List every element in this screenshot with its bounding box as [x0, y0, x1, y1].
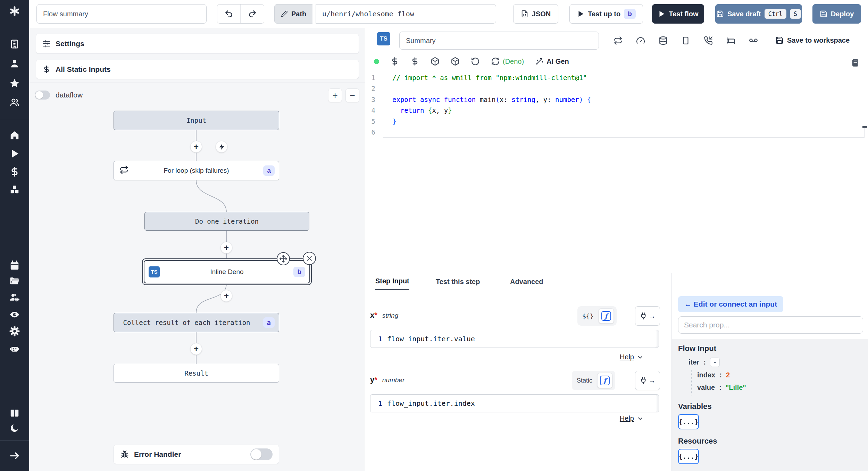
library-book-icon[interactable] — [851, 58, 860, 67]
timeout-square-icon[interactable] — [681, 36, 690, 45]
tab-advanced[interactable]: Advanced — [510, 273, 543, 290]
prop-iter[interactable]: iter:- — [688, 358, 720, 367]
move-node-handle[interactable] — [277, 252, 290, 265]
prop-iter-index[interactable]: index:2 — [697, 371, 730, 379]
code-line[interactable]: 5} — [366, 116, 865, 127]
package-box-icon[interactable] — [451, 57, 460, 66]
node-result[interactable]: Result — [114, 364, 279, 383]
node-input[interactable]: Input — [114, 111, 279, 130]
node-inline-deno-id-badge: b — [293, 267, 305, 277]
topbar: Path JSON Test up to b Test flow Save dr… — [29, 0, 868, 28]
redo-button[interactable] — [241, 5, 264, 23]
node-do-one-iteration[interactable]: Do one iteration — [144, 212, 309, 231]
status-dot — [374, 59, 379, 64]
resources-object-button[interactable]: {...} — [678, 449, 699, 464]
concurrency-gauge-icon[interactable] — [636, 36, 645, 45]
search-prop-input[interactable] — [678, 316, 863, 334]
home-icon[interactable] — [0, 128, 29, 143]
error-handler-toggle[interactable] — [250, 448, 273, 460]
field-x-expression[interactable]: 1 flow_input.iter.value — [370, 330, 659, 348]
variables-dollar-icon[interactable] — [0, 164, 29, 179]
variable-picker-dollar-icon[interactable] — [390, 57, 399, 66]
phone-incoming-icon[interactable] — [704, 36, 713, 45]
edit-connect-input-button[interactable]: ← Edit or connect an input — [678, 296, 783, 312]
field-y-connect-button[interactable]: → — [635, 371, 660, 390]
deploy-label: Deploy — [831, 10, 854, 18]
schedules-calendar-icon[interactable] — [0, 258, 29, 273]
ai-bot-icon[interactable] — [0, 341, 29, 356]
resources-section-title: Resources — [678, 437, 717, 446]
workspace-building-icon[interactable] — [0, 36, 29, 52]
code-line[interactable]: 1// import * as wmill from "npm:windmill… — [366, 72, 865, 83]
flow-summary-input[interactable] — [36, 4, 207, 24]
variables-object-button[interactable]: {...} — [678, 414, 699, 429]
javascript-expression-button[interactable]: ƒ — [599, 308, 614, 324]
save-draft-button[interactable]: Save draft Ctrl S — [715, 4, 802, 24]
node-inline-deno-selected[interactable]: TS Inline Deno b — [142, 258, 312, 285]
add-step-button[interactable]: + — [190, 141, 202, 153]
add-step-button[interactable]: + — [220, 290, 232, 302]
runs-play-icon[interactable] — [0, 146, 29, 161]
add-trigger-button[interactable] — [216, 141, 227, 153]
undo-button[interactable] — [217, 5, 241, 23]
dark-mode-moon-icon[interactable] — [0, 420, 29, 436]
field-x-help-link[interactable]: Help — [620, 353, 644, 361]
step-summary-input[interactable] — [399, 32, 599, 50]
path-input[interactable] — [316, 4, 496, 24]
package-box-icon[interactable] — [431, 57, 440, 66]
field-x-mode-toggle[interactable]: ${} ƒ — [577, 306, 617, 326]
folders-icon[interactable] — [0, 273, 29, 289]
flow-input-section-title: Flow Input — [678, 344, 716, 353]
field-y-help-link[interactable]: Help — [620, 414, 644, 422]
test-flow-button[interactable]: Test flow — [652, 4, 704, 24]
save-icon — [820, 10, 827, 18]
voicemail-icon[interactable] — [749, 36, 758, 45]
resource-picker-dollar-icon[interactable] — [410, 57, 419, 66]
field-y-label: y*number — [370, 375, 404, 384]
node-collect-result[interactable]: Collect result of each iteration a — [114, 313, 279, 332]
deploy-button[interactable]: Deploy — [812, 4, 861, 24]
ai-gen-button[interactable]: AI Gen — [535, 57, 569, 66]
save-icon — [716, 10, 724, 18]
code-line[interactable]: 6 — [366, 127, 865, 138]
audit-eye-icon[interactable] — [0, 307, 29, 322]
add-step-button[interactable]: + — [220, 242, 232, 254]
sleep-bed-icon[interactable] — [726, 36, 735, 45]
expand-arrow-icon[interactable] — [0, 448, 29, 463]
field-x-connect-button[interactable]: → — [635, 306, 660, 326]
code-line[interactable]: 2 — [366, 83, 865, 94]
windmill-logo-icon[interactable] — [0, 3, 29, 19]
collapse-toggle[interactable]: - — [710, 358, 720, 367]
tab-test-this-step[interactable]: Test this step — [436, 273, 480, 290]
field-y-expression[interactable]: 1 flow_input.iter.index — [370, 394, 659, 412]
reset-rotate-ccw-icon[interactable] — [471, 57, 480, 66]
save-to-workspace-button[interactable]: Save to workspace — [775, 36, 850, 44]
javascript-expression-button[interactable]: ƒ — [597, 373, 612, 388]
delete-node-button[interactable] — [303, 252, 316, 265]
json-button[interactable]: JSON — [513, 4, 558, 24]
favorites-star-icon[interactable] — [0, 76, 29, 91]
cache-database-icon[interactable] — [659, 36, 668, 45]
node-result-label: Result — [184, 369, 208, 377]
code-editor[interactable]: 1// import * as wmill from "npm:windmill… — [366, 72, 865, 138]
retries-repeat-icon[interactable] — [614, 36, 623, 45]
reload-runtime-button[interactable]: (Deno) — [491, 57, 524, 66]
docs-books-icon[interactable] — [0, 405, 29, 421]
zap-icon — [218, 144, 225, 150]
field-y-mode-toggle[interactable]: Static ƒ — [572, 371, 615, 390]
code-line[interactable]: 3export async function main(x: string, y… — [366, 94, 865, 105]
resources-boxes-icon[interactable] — [0, 182, 29, 197]
settings-gear-icon[interactable] — [0, 324, 29, 339]
prop-iter-value[interactable]: value:"Lille" — [697, 384, 746, 392]
overview-ruler-cursor — [862, 126, 867, 128]
user-icon[interactable] — [0, 56, 29, 71]
groups-icon[interactable] — [0, 95, 29, 110]
workers-users-cog-icon[interactable] — [0, 290, 29, 305]
ai-gen-label: AI Gen — [546, 58, 569, 66]
code-line[interactable]: 4 return {x, y} — [366, 105, 865, 116]
add-step-button[interactable]: + — [190, 343, 202, 355]
node-forloop[interactable]: For loop (skip failures) a — [114, 161, 279, 180]
test-up-to-button[interactable]: Test up to b — [569, 4, 643, 24]
windmill-flow-editor: Path JSON Test up to b Test flow Save dr… — [0, 0, 868, 471]
tab-step-input[interactable]: Step Input — [375, 273, 409, 290]
